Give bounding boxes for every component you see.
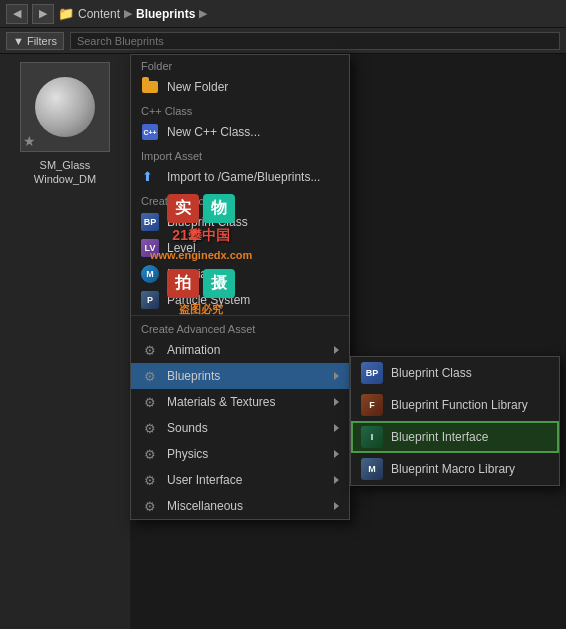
materials-textures-label: Materials & Textures [167, 395, 276, 409]
material-label: Material [167, 267, 210, 281]
sub-interface-icon: I [361, 426, 383, 448]
submenu-item-interface[interactable]: I Blueprint Interface [351, 421, 559, 453]
section-label-advanced: Create Advanced Asset [131, 318, 349, 337]
particle-icon-shape: P [141, 291, 159, 309]
import-menu-icon: ⬆ [141, 168, 159, 186]
cpp-menu-icon: C++ [141, 123, 159, 141]
physics-label: Physics [167, 447, 208, 461]
forward-button[interactable]: ▶ [32, 4, 54, 24]
import-label: Import to /Game/Blueprints... [167, 170, 320, 184]
breadcrumb-sep-2: ▶ [199, 7, 207, 20]
sub-macro-icon-shape: M [361, 458, 383, 480]
sub-fn-lib-icon: F [361, 394, 383, 416]
submenu-item-fn-lib[interactable]: F Blueprint Function Library [351, 389, 559, 421]
asset-thumbnail[interactable]: ★ [20, 62, 110, 152]
sub-bp-icon-shape: BP [361, 362, 383, 384]
user-interface-label: User Interface [167, 473, 242, 487]
new-folder-label: New Folder [167, 80, 228, 94]
sounds-label: Sounds [167, 421, 208, 435]
menu-item-animation[interactable]: ⚙ Animation [131, 337, 349, 363]
folder-icon: 📁 [58, 6, 74, 21]
menu-item-physics[interactable]: ⚙ Physics [131, 441, 349, 467]
main-area: ★ SM_GlassWindow_DM Folder New Folder C+… [0, 54, 566, 629]
section-label-folder: Folder [131, 55, 349, 74]
materials-textures-icon: ⚙ [141, 393, 159, 411]
asset-name-label: SM_GlassWindow_DM [34, 158, 96, 187]
materials-textures-arrow-icon [334, 398, 339, 406]
blueprints-arrow-icon [334, 372, 339, 380]
breadcrumb-content[interactable]: Content [78, 7, 120, 21]
menu-item-import[interactable]: ⬆ Import to /Game/Blueprints... [131, 164, 349, 190]
menu-item-materials-textures[interactable]: ⚙ Materials & Textures [131, 389, 349, 415]
menu-divider [131, 315, 349, 316]
user-interface-arrow-icon [334, 476, 339, 484]
sub-blueprint-class-label: Blueprint Class [391, 366, 472, 380]
miscellaneous-label: Miscellaneous [167, 499, 243, 513]
physics-icon: ⚙ [141, 445, 159, 463]
sub-macro-icon: M [361, 458, 383, 480]
miscellaneous-icon: ⚙ [141, 497, 159, 515]
submenu-item-blueprint-class[interactable]: BP Blueprint Class [351, 357, 559, 389]
blueprints-submenu: BP Blueprint Class F Blueprint Function … [350, 356, 560, 486]
menu-item-particle-system[interactable]: P Particle System [131, 287, 349, 313]
section-label-import: Import Asset [131, 145, 349, 164]
blueprints-icon: ⚙ [141, 367, 159, 385]
physics-arrow-icon [334, 450, 339, 458]
filters-button[interactable]: ▼ Filters [6, 32, 64, 50]
new-cpp-label: New C++ Class... [167, 125, 260, 139]
left-panel: ★ SM_GlassWindow_DM [0, 54, 130, 629]
menu-item-blueprint-class[interactable]: BP Blueprint Class [131, 209, 349, 235]
animation-arrow-icon [334, 346, 339, 354]
breadcrumb-blueprints[interactable]: Blueprints [136, 7, 195, 21]
menu-item-miscellaneous[interactable]: ⚙ Miscellaneous [131, 493, 349, 519]
material-icon-shape: M [141, 265, 159, 283]
folder-icon-shape [142, 81, 158, 93]
menu-item-new-folder[interactable]: New Folder [131, 74, 349, 100]
import-icon-shape: ⬆ [142, 169, 158, 185]
particle-icon: P [141, 291, 159, 309]
blueprints-label: Blueprints [167, 369, 220, 383]
blueprint-class-icon: BP [141, 213, 159, 231]
menu-item-blueprints[interactable]: ⚙ Blueprints [131, 363, 349, 389]
sub-blueprint-class-icon: BP [361, 362, 383, 384]
user-interface-icon: ⚙ [141, 471, 159, 489]
level-icon-shape: LV [141, 239, 159, 257]
menu-item-user-interface[interactable]: ⚙ User Interface [131, 467, 349, 493]
submenu-item-macro-lib[interactable]: M Blueprint Macro Library [351, 453, 559, 485]
level-icon: LV [141, 239, 159, 257]
sub-iface-icon-shape: I [361, 426, 383, 448]
menu-item-material[interactable]: M Material [131, 261, 349, 287]
menu-item-new-cpp[interactable]: C++ New C++ Class... [131, 119, 349, 145]
cpp-icon-shape: C++ [142, 124, 158, 140]
menu-item-sounds[interactable]: ⚙ Sounds [131, 415, 349, 441]
search-bar: ▼ Filters [0, 28, 566, 54]
breadcrumb: 📁 Content ▶ Blueprints ▶ [58, 6, 560, 21]
miscellaneous-arrow-icon [334, 502, 339, 510]
menu-item-level[interactable]: LV Level [131, 235, 349, 261]
sounds-icon: ⚙ [141, 419, 159, 437]
sub-fn-icon-shape: F [361, 394, 383, 416]
context-menu: Folder New Folder C++ Class C++ New C++ … [130, 54, 350, 520]
level-label: Level [167, 241, 196, 255]
breadcrumb-sep-1: ▶ [124, 7, 132, 20]
sub-interface-label: Blueprint Interface [391, 430, 488, 444]
material-icon: M [141, 265, 159, 283]
sub-macro-lib-label: Blueprint Macro Library [391, 462, 515, 476]
asset-star-icon: ★ [23, 133, 36, 149]
blueprint-class-label: Blueprint Class [167, 215, 248, 229]
sounds-arrow-icon [334, 424, 339, 432]
top-toolbar: ◀ ▶ 📁 Content ▶ Blueprints ▶ [0, 0, 566, 28]
sub-fn-lib-label: Blueprint Function Library [391, 398, 528, 412]
sphere-preview [35, 77, 95, 137]
back-button[interactable]: ◀ [6, 4, 28, 24]
section-label-cpp: C++ Class [131, 100, 349, 119]
particle-system-label: Particle System [167, 293, 250, 307]
folder-menu-icon [141, 78, 159, 96]
search-input[interactable] [70, 32, 560, 50]
blueprint-icon-shape: BP [141, 213, 159, 231]
section-label-basic: Create Basic Asset [131, 190, 349, 209]
animation-label: Animation [167, 343, 220, 357]
animation-icon: ⚙ [141, 341, 159, 359]
